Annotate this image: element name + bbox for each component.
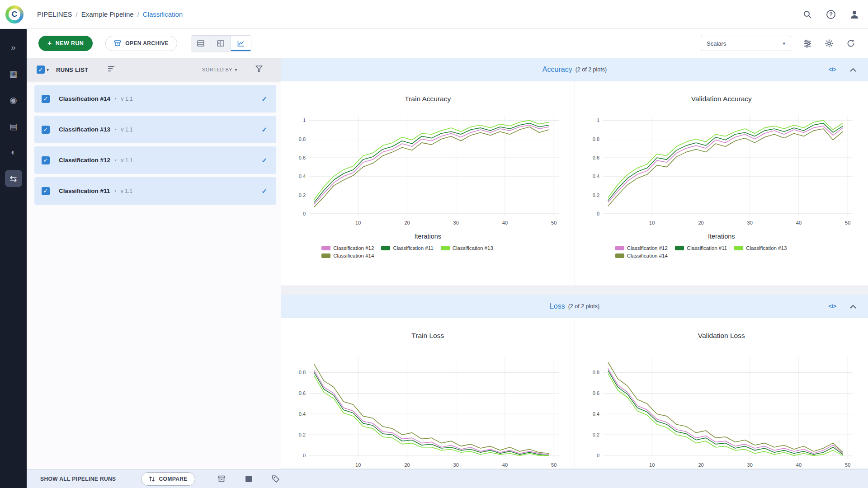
legend-item[interactable]: Classification #12 <box>615 245 668 251</box>
runs-panel: ✓ ▾ RUNS LIST SORTED BY ▾ ✓ Classificati… <box>27 58 281 469</box>
auto-refresh-icon[interactable] <box>845 38 856 49</box>
bullet-separator: • <box>115 127 117 132</box>
plot-canvas[interactable]: 102030405000.20.40.60.8 <box>581 352 862 469</box>
plot-canvas[interactable]: 102030405000.20.40.60.8 <box>288 352 568 469</box>
legend-item[interactable]: Classification #11 <box>381 245 433 251</box>
legend-item[interactable]: Classification #14 <box>321 253 374 258</box>
sort-icon[interactable] <box>107 65 115 74</box>
clearml-logo-letter: C <box>9 9 20 20</box>
legend-label: Classification #14 <box>627 253 668 258</box>
sidebar-item-hyper-datasets[interactable]: ◐ <box>5 144 22 161</box>
new-run-button[interactable]: + NEW RUN <box>38 36 93 51</box>
runs-list: ✓ Classification #14 • v 1.1 ✓ ✓ Classif… <box>27 81 281 205</box>
sorted-by-dropdown[interactable]: SORTED BY ▾ <box>202 67 237 73</box>
embed-code-icon[interactable]: </> <box>829 303 836 310</box>
svg-text:0.4: 0.4 <box>299 174 306 179</box>
search-icon[interactable] <box>802 9 813 20</box>
svg-text:0.8: 0.8 <box>299 136 306 142</box>
user-avatar[interactable] <box>849 9 860 20</box>
svg-text:0: 0 <box>303 453 306 458</box>
run-shown-check-icon[interactable]: ✓ <box>261 95 267 103</box>
svg-text:0.2: 0.2 <box>299 192 306 198</box>
sidebar-item-projects[interactable]: ▦ <box>5 65 22 82</box>
svg-text:20: 20 <box>405 220 410 225</box>
legend-swatch <box>381 246 390 250</box>
legend-swatch <box>441 246 450 250</box>
table-view-icon <box>197 39 205 47</box>
open-archive-label: OPEN ARCHIVE <box>125 40 169 47</box>
run-row[interactable]: ✓ Classification #11 • v 1.1 ✓ <box>34 177 276 205</box>
select-all-checkbox[interactable]: ✓ <box>37 66 45 74</box>
select-all-caret-icon[interactable]: ▾ <box>47 67 49 72</box>
section-title: Loss <box>550 302 565 310</box>
run-name: Classification #11 <box>59 188 110 194</box>
svg-text:0.8: 0.8 <box>592 136 599 142</box>
view-chart-button[interactable] <box>231 36 251 51</box>
view-split-button[interactable] <box>211 36 231 51</box>
legend-item[interactable]: Classification #14 <box>615 253 668 258</box>
run-checkbox[interactable]: ✓ <box>42 187 50 195</box>
split-view-icon <box>217 39 225 47</box>
view-table-button[interactable] <box>191 36 211 51</box>
section-plot-count: (2 of 2 plots) <box>576 66 607 73</box>
runs-list-title: RUNS LIST <box>56 66 88 73</box>
svg-text:20: 20 <box>698 220 703 225</box>
sidebar-item-reports[interactable]: ◉ <box>5 91 22 108</box>
svg-text:0.2: 0.2 <box>299 432 306 437</box>
svg-text:0.8: 0.8 <box>299 370 306 375</box>
run-shown-check-icon[interactable]: ✓ <box>261 126 267 134</box>
plot-title: Validation Accuracy <box>691 95 752 103</box>
collapse-section-icon[interactable] <box>850 66 856 74</box>
sidebar-item-apps[interactable]: » <box>5 39 22 56</box>
open-archive-button[interactable]: OPEN ARCHIVE <box>105 36 177 51</box>
run-shown-check-icon[interactable]: ✓ <box>261 187 267 195</box>
svg-text:10: 10 <box>355 462 361 468</box>
breadcrumb-project[interactable]: Example Pipeline <box>81 10 134 18</box>
plot-canvas[interactable]: 102030405000.20.40.60.81 <box>581 110 862 232</box>
chart-view-icon <box>237 39 245 47</box>
accuracy-section-header[interactable]: Accuracy (2 of 2 plots) </> <box>281 58 868 81</box>
legend-swatch <box>734 246 743 250</box>
run-row[interactable]: ✓ Classification #12 • v 1.1 ✓ <box>34 146 276 174</box>
filter-icon[interactable] <box>255 65 263 74</box>
legend-item[interactable]: Classification #12 <box>321 245 374 251</box>
plot-legend: Classification #12 Classification #11 Cl… <box>321 245 534 258</box>
archive-runs-icon[interactable] <box>216 474 227 484</box>
breadcrumb-current-page[interactable]: Classification <box>143 10 183 18</box>
collapse-section-icon[interactable] <box>850 302 856 310</box>
run-row[interactable]: ✓ Classification #13 • v 1.1 ✓ <box>34 116 276 143</box>
run-name: Classification #13 <box>59 126 110 133</box>
legend-item[interactable]: Classification #13 <box>734 245 787 251</box>
settings-gear-icon[interactable] <box>824 38 835 49</box>
run-checkbox[interactable]: ✓ <box>42 156 50 164</box>
abort-runs-icon[interactable] <box>243 474 254 484</box>
tags-icon[interactable] <box>270 474 281 484</box>
run-checkbox[interactable]: ✓ <box>42 95 50 103</box>
svg-text:0.6: 0.6 <box>592 155 599 160</box>
breadcrumb-pipelines[interactable]: PIPELINES <box>37 10 72 18</box>
plot-x-axis-label: Iterations <box>708 233 735 240</box>
metric-view-select[interactable]: Scalars ▾ <box>701 36 791 51</box>
loss-section-header[interactable]: Loss (2 of 2 plots) </> <box>281 295 868 318</box>
run-shown-check-icon[interactable]: ✓ <box>261 156 267 164</box>
bullet-separator: • <box>115 158 117 163</box>
plot-title: Train Accuracy <box>405 95 451 103</box>
run-checkbox[interactable]: ✓ <box>42 126 50 134</box>
sidebar-item-datasets[interactable]: ▤ <box>5 117 22 135</box>
plot-x-axis-label: Iterations <box>414 233 441 240</box>
svg-text:0.6: 0.6 <box>299 390 306 396</box>
help-icon[interactable]: ? <box>826 9 836 20</box>
run-row[interactable]: ✓ Classification #14 • v 1.1 ✓ <box>34 85 276 113</box>
sidebar-item-pipelines[interactable]: ⇆ <box>5 170 22 187</box>
plot-canvas[interactable]: 102030405000.20.40.60.81 <box>288 110 568 232</box>
legend-item[interactable]: Classification #13 <box>441 245 493 251</box>
legend-item[interactable]: Classification #11 <box>675 245 727 251</box>
run-version: v 1.1 <box>121 127 133 133</box>
embed-code-icon[interactable]: </> <box>829 66 836 73</box>
clearml-logo[interactable]: C <box>5 5 24 23</box>
plot-settings-icon[interactable] <box>802 38 813 49</box>
show-all-pipeline-runs-link[interactable]: SHOW ALL PIPELINE RUNS <box>40 476 116 482</box>
plot-legend: Classification #12 Classification #11 Cl… <box>615 245 828 258</box>
compare-button[interactable]: COMPARE <box>141 472 195 486</box>
runs-list-header: ✓ ▾ RUNS LIST SORTED BY ▾ <box>27 58 281 81</box>
